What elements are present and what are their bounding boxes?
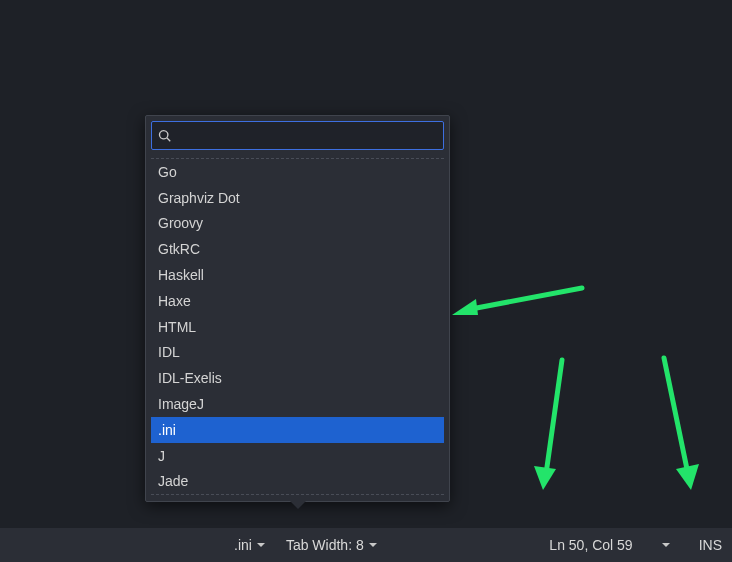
annotation-arrow bbox=[648, 356, 708, 500]
search-input[interactable] bbox=[178, 121, 437, 150]
language-option-label: GtkRC bbox=[158, 241, 200, 257]
language-option[interactable]: .ini bbox=[151, 417, 444, 443]
language-option[interactable]: Groovy bbox=[151, 211, 444, 237]
language-option-label: Haskell bbox=[158, 267, 204, 283]
language-list: GoGraphviz DotGroovyGtkRCHaskellHaxeHTML… bbox=[151, 158, 444, 495]
language-option[interactable]: IDL-Exelis bbox=[151, 365, 444, 391]
chevron-down-icon bbox=[368, 540, 378, 550]
language-option-label: .ini bbox=[158, 422, 176, 438]
insert-mode-toggle[interactable]: INS bbox=[689, 528, 732, 562]
language-option-label: Go bbox=[158, 164, 177, 180]
language-option-label: Haxe bbox=[158, 293, 191, 309]
language-option[interactable]: Graphviz Dot bbox=[151, 185, 444, 211]
language-option[interactable]: IDL bbox=[151, 340, 444, 366]
chevron-down-icon bbox=[256, 540, 266, 550]
language-option-label: ImageJ bbox=[158, 396, 204, 412]
language-option[interactable]: HTML bbox=[151, 314, 444, 340]
language-option-label: Jade bbox=[158, 473, 188, 489]
language-option-label: IDL bbox=[158, 344, 180, 360]
insert-mode-label: INS bbox=[699, 537, 722, 553]
language-option[interactable]: Jade bbox=[151, 469, 444, 495]
language-option[interactable]: J bbox=[151, 443, 444, 469]
language-label: .ini bbox=[234, 537, 252, 553]
language-popover: GoGraphviz DotGroovyGtkRCHaskellHaxeHTML… bbox=[145, 115, 450, 502]
language-option-label: Graphviz Dot bbox=[158, 190, 240, 206]
annotation-arrow bbox=[452, 282, 592, 326]
search-icon bbox=[158, 129, 172, 143]
language-option[interactable]: Haxe bbox=[151, 288, 444, 314]
tab-width-selector[interactable]: Tab Width: 8 bbox=[276, 528, 388, 562]
svg-marker-3 bbox=[534, 466, 556, 490]
annotation-arrow bbox=[528, 356, 578, 500]
language-option-label: Groovy bbox=[158, 215, 203, 231]
svg-marker-5 bbox=[676, 464, 699, 490]
chevron-down-icon bbox=[661, 540, 671, 550]
language-selector[interactable]: .ini bbox=[224, 528, 276, 562]
status-dropdown[interactable] bbox=[643, 528, 689, 562]
popover-search[interactable] bbox=[151, 121, 444, 150]
language-option[interactable]: GtkRC bbox=[151, 236, 444, 262]
svg-line-0 bbox=[466, 288, 582, 310]
language-option-label: IDL-Exelis bbox=[158, 370, 222, 386]
status-bar: .ini Tab Width: 8 Ln 50, Col 59 INS bbox=[0, 528, 732, 562]
language-option-label: J bbox=[158, 448, 165, 464]
svg-marker-1 bbox=[452, 299, 478, 315]
language-option[interactable]: ImageJ bbox=[151, 391, 444, 417]
language-option[interactable]: Go bbox=[151, 159, 444, 185]
cursor-position[interactable]: Ln 50, Col 59 bbox=[539, 528, 642, 562]
tab-width-label: Tab Width: 8 bbox=[286, 537, 364, 553]
language-option[interactable]: Haskell bbox=[151, 262, 444, 288]
svg-line-4 bbox=[664, 358, 688, 474]
language-option-label: HTML bbox=[158, 319, 196, 335]
svg-line-2 bbox=[546, 360, 562, 474]
cursor-position-label: Ln 50, Col 59 bbox=[549, 537, 632, 553]
